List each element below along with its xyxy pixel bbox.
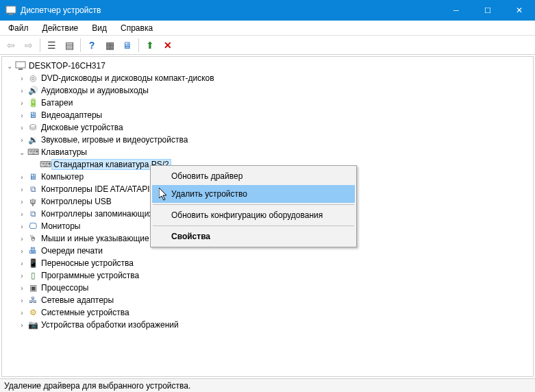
software-device-icon: ▯ (27, 270, 38, 281)
help-button[interactable]: ? (84, 37, 100, 53)
expand-icon[interactable]: › (17, 124, 27, 132)
device-tree[interactable]: ⌄ DESKTOP-16CH317 › ◎ DVD-дисководы и ди… (1, 56, 534, 377)
tree-category-keyboards[interactable]: ⌄ ⌨ Клавиатуры (2, 146, 533, 158)
portable-device-icon: 📱 (27, 258, 38, 269)
menu-file[interactable]: Файл (1, 21, 36, 35)
print-queue-icon: 🖶 (27, 245, 38, 256)
forward-arrow-icon: ⇨ (25, 40, 33, 51)
close-button[interactable] (503, 0, 535, 21)
uninstall-device-toolbar-button[interactable]: ✕ (160, 37, 176, 53)
tree-label: Аудиовходы и аудиовыходы (41, 86, 149, 95)
usb-controller-icon: ψ (27, 196, 38, 207)
tree-label: Сетевые адаптеры (41, 295, 114, 305)
menu-help[interactable]: Справка (114, 21, 160, 35)
audio-icon: 🔊 (27, 85, 38, 96)
menu-bar: Файл Действие Вид Справка (0, 21, 535, 36)
expand-icon[interactable]: › (17, 173, 27, 181)
back-button[interactable]: ⇦ (3, 37, 19, 53)
tree-label: Видеоадаптеры (41, 110, 102, 120)
title-bar: Диспетчер устройств (0, 0, 535, 21)
menu-view[interactable]: Вид (85, 21, 114, 35)
keyboard-icon: ⌨ (27, 147, 38, 158)
tree-root-label: DESKTOP-16CH317 (29, 61, 105, 71)
tree-category[interactable]: › 🖥 Видеоадаптеры (2, 109, 533, 121)
tree-label: Устройства обработки изображений (41, 320, 179, 330)
status-text: Удаление драйвера для выбранного устройс… (4, 381, 190, 391)
svg-rect-1 (9, 14, 13, 15)
show-hide-console-button[interactable]: ☰ (43, 37, 60, 53)
tree-category[interactable]: › 🔋 Батареи (2, 97, 533, 109)
tree-label: Контроллеры IDE ATA/ATAPI (41, 184, 150, 194)
update-driver-toolbar-button[interactable]: ⬆ (142, 37, 158, 53)
expand-icon[interactable]: › (17, 247, 27, 255)
toolbar-separator (40, 38, 40, 52)
tree-category[interactable]: › ▣ Процессоры (2, 282, 533, 294)
tree-label: DVD-дисководы и дисководы компакт-дисков (41, 73, 214, 83)
toolbar-separator (80, 38, 81, 52)
expand-icon[interactable]: › (17, 272, 27, 280)
forward-button[interactable]: ⇨ (21, 37, 37, 53)
expand-icon[interactable]: › (17, 87, 27, 95)
tree-category[interactable]: › ▯ Программные устройства (2, 269, 533, 282)
expand-icon[interactable]: › (17, 284, 27, 292)
tree-category[interactable]: › ◎ DVD-дисководы и дисководы компакт-ди… (2, 72, 533, 84)
expand-icon[interactable]: › (17, 321, 27, 329)
grid-icon: ▦ (105, 40, 114, 51)
expand-icon[interactable]: › (17, 99, 27, 107)
expand-icon[interactable]: › (17, 75, 27, 82)
battery-icon: 🔋 (27, 97, 38, 108)
expand-icon[interactable]: › (17, 260, 27, 267)
menu-action[interactable]: Действие (36, 21, 86, 35)
console-icon: ☰ (47, 40, 56, 51)
tree-category[interactable]: › 🔊 Аудиовходы и аудиовыходы (2, 84, 533, 97)
tree-label: Очереди печати (41, 246, 103, 256)
collapse-icon[interactable]: ⌄ (5, 62, 14, 70)
expand-icon[interactable]: › (17, 112, 27, 119)
tree-label: Системные устройства (41, 308, 129, 317)
tree-label: Батареи (41, 98, 73, 108)
window-title: Диспетчер устройств (21, 5, 440, 15)
context-menu-separator (153, 204, 354, 205)
scan-hardware-button[interactable]: 🖥 (119, 37, 136, 53)
ide-controller-icon: ⧉ (27, 184, 38, 195)
context-menu-separator (153, 225, 354, 226)
expand-icon[interactable]: › (17, 297, 27, 304)
monitor-scan-icon: 🖥 (123, 40, 132, 51)
tree-label: Клавиатуры (41, 147, 87, 157)
processor-icon: ▣ (27, 282, 38, 293)
expand-icon[interactable]: › (17, 186, 27, 193)
expand-icon[interactable]: › (17, 198, 27, 206)
display-adapter-icon: 🖥 (27, 110, 38, 121)
expand-icon[interactable]: › (17, 235, 27, 243)
expand-icon[interactable]: › (17, 210, 27, 218)
tree-category[interactable]: › ⚙ Системные устройства (2, 306, 533, 319)
tree-label: Звуковые, игровые и видеоустройства (41, 135, 188, 145)
expand-icon[interactable]: › (17, 223, 27, 230)
tree-label: Переносные устройства (41, 258, 134, 268)
context-menu-scan-hardware[interactable]: Обновить конфигурацию оборудования (152, 206, 355, 224)
tree-category[interactable]: › 🖧 Сетевые адаптеры (2, 294, 533, 306)
tree-label: Дисковые устройства (41, 123, 123, 132)
svg-rect-0 (6, 6, 16, 13)
properties-toolbar-button[interactable]: ▤ (61, 37, 77, 53)
svg-rect-3 (18, 69, 23, 70)
tree-category[interactable]: › ⛁ Дисковые устройства (2, 121, 533, 134)
tree-category[interactable]: › 📱 Переносные устройства (2, 257, 533, 269)
delete-x-icon: ✕ (164, 40, 172, 51)
minimize-button[interactable] (440, 0, 472, 21)
status-bar: Удаление драйвера для выбранного устройс… (0, 378, 535, 392)
context-menu-remove-device[interactable]: Удалить устройство (152, 185, 355, 203)
tree-category[interactable]: › 📷 Устройства обработки изображений (2, 319, 533, 331)
toolbar: ⇦ ⇨ ☰ ▤ ? ▦ 🖥 ⬆ ✕ (0, 36, 535, 55)
view-button[interactable]: ▦ (101, 37, 118, 53)
tree-root[interactable]: ⌄ DESKTOP-16CH317 (2, 60, 533, 72)
collapse-icon[interactable]: ⌄ (17, 149, 27, 156)
context-menu-update-driver[interactable]: Обновить драйвер (152, 167, 355, 185)
tree-category[interactable]: › 🔉 Звуковые, игровые и видеоустройства (2, 134, 533, 146)
expand-icon[interactable]: › (17, 309, 27, 317)
context-menu-properties[interactable]: Свойства (152, 228, 355, 245)
expand-icon[interactable]: › (17, 136, 27, 144)
maximize-button[interactable] (472, 0, 503, 21)
properties-sheet-icon: ▤ (65, 40, 74, 51)
app-icon (5, 5, 16, 16)
